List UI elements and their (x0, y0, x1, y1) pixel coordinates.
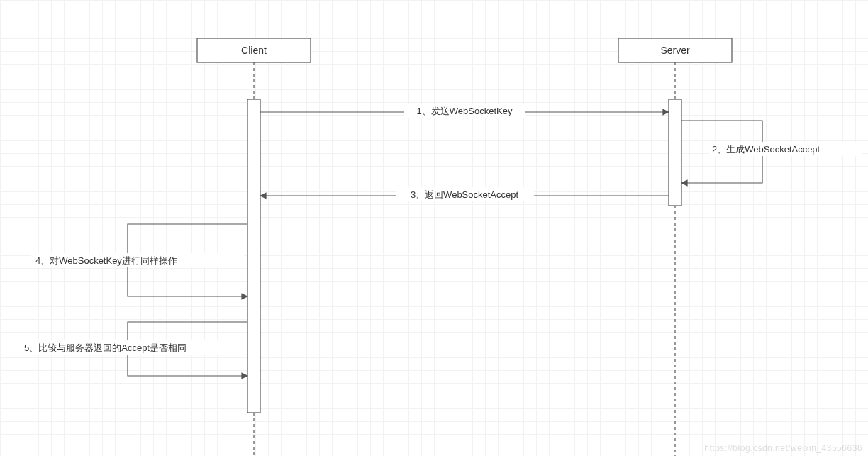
msg5-label: 5、比较与服务器返回的Accept是否相同 (24, 343, 187, 353)
watermark: https://blog.csdn.net/weixin_43556636 (704, 443, 862, 453)
client-label: Client (241, 45, 267, 56)
server-label: Server (660, 45, 690, 56)
sequence-diagram: Client Server 1、发送WebSocketKey 2、生成WebSo… (0, 0, 868, 456)
msg2-label: 2、生成WebSocketAccept (712, 144, 820, 155)
client-activation (247, 99, 260, 413)
msg4-label: 4、对WebSocketKey进行同样操作 (35, 255, 177, 266)
msg3-label: 3、返回WebSocketAccept (411, 189, 519, 200)
server-activation (669, 99, 681, 206)
msg1-label: 1、发送WebSocketKey (417, 106, 513, 116)
